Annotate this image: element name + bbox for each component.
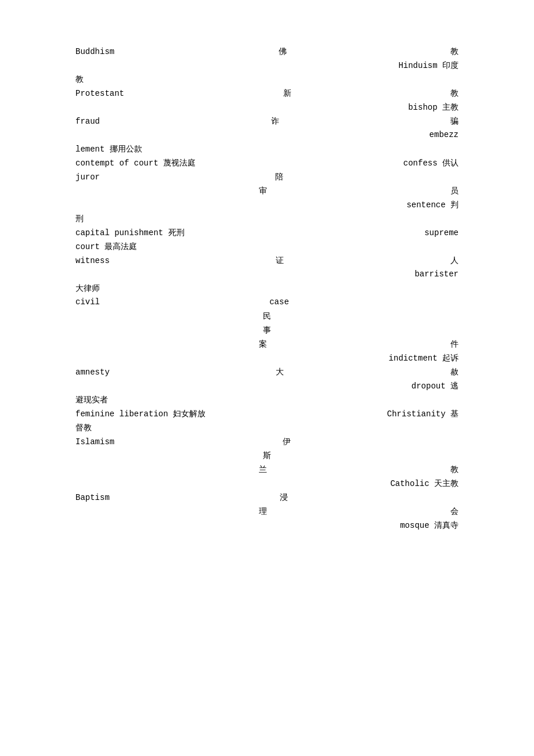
list-item: Buddhism佛教	[75, 46, 459, 59]
right-text: 人	[450, 255, 459, 266]
list-item: 民	[75, 311, 459, 324]
main-content: Buddhism佛教Hinduism 印度教Protestant新教bishop…	[75, 46, 459, 533]
list-item: capital punishment 死刑supreme	[75, 228, 459, 240]
mid-text: 大	[276, 367, 284, 377]
left-text: fraud	[75, 117, 100, 126]
left-text: 避现实者	[75, 395, 108, 405]
left-text: feminine liberation 妇女解放	[75, 409, 205, 419]
right-text: Hinduism 印度	[398, 60, 459, 71]
list-item: court 最高法庭	[75, 242, 459, 254]
right-text: dropout 逃	[412, 381, 459, 391]
right-text: 教	[450, 46, 459, 57]
left-text: contempt of court 蔑视法庭	[75, 158, 196, 168]
right-text: bishop 主教	[408, 102, 459, 113]
right-text: supreme	[424, 228, 459, 237]
list-item: Hinduism 印度	[75, 60, 459, 73]
list-item: mosque 清真寺	[75, 520, 459, 533]
list-item: juror陪	[75, 172, 459, 185]
right-text: mosque 清真寺	[400, 520, 459, 531]
left-text: civil	[75, 297, 100, 307]
left-text: witness	[75, 256, 110, 265]
mid-text: case	[269, 297, 289, 307]
left-text: 督教	[75, 423, 92, 433]
mid-text: 兰	[259, 465, 267, 475]
left-text: 刑	[75, 214, 84, 224]
left-text: juror	[75, 172, 100, 182]
list-item: sentence 判	[75, 200, 459, 213]
mid-text: 诈	[271, 116, 279, 127]
list-item: amnesty大赦	[75, 367, 459, 380]
list-item: 兰教	[75, 465, 459, 477]
mid-text: 理	[259, 506, 267, 517]
mid-text: 民	[263, 311, 271, 322]
mid-text: 伊	[283, 437, 291, 447]
left-text: Islamism	[75, 437, 114, 447]
mid-text: 案	[259, 339, 267, 350]
mid-text: 事	[263, 325, 271, 336]
left-text: 大律师	[75, 283, 100, 294]
list-item: embezz	[75, 130, 459, 143]
left-text: Baptism	[75, 493, 110, 502]
list-item: 案件	[75, 339, 459, 352]
mid-text: 浸	[280, 492, 288, 503]
right-text: 赦	[450, 367, 459, 377]
right-text: barrister	[414, 269, 459, 279]
list-item: 大律师	[75, 283, 459, 296]
list-item: Islamism伊	[75, 437, 459, 449]
list-item: 教	[75, 74, 459, 87]
right-text: 骗	[450, 116, 459, 127]
list-item: 避现实者	[75, 395, 459, 408]
right-text: 教	[450, 88, 459, 99]
right-text: sentence 判	[406, 200, 459, 210]
list-item: witness证人	[75, 255, 459, 268]
right-text: 教	[450, 465, 459, 475]
right-text: 员	[450, 186, 459, 196]
list-item: Protestant新教	[75, 88, 459, 101]
list-item: feminine liberation 妇女解放Christianity 基	[75, 409, 459, 422]
list-item: Baptism浸	[75, 492, 459, 505]
list-item: bishop 主教	[75, 102, 459, 115]
list-item: contempt of court 蔑视法庭confess 供认	[75, 158, 459, 171]
right-text: indictment 起诉	[389, 353, 459, 363]
mid-text: 陪	[275, 172, 283, 182]
list-item: fraud诈骗	[75, 116, 459, 129]
mid-text: 新	[283, 88, 291, 99]
right-text: 件	[450, 339, 459, 350]
mid-text: 佛	[279, 46, 287, 57]
mid-text: 证	[276, 255, 284, 266]
right-text: Catholic 天主教	[390, 478, 459, 489]
mid-text: 审	[259, 186, 267, 196]
left-text: lement 挪用公款	[75, 144, 142, 154]
left-text: Protestant	[75, 89, 124, 98]
mid-text: 斯	[263, 451, 271, 461]
list-item: 督教	[75, 423, 459, 435]
list-item: civilcase	[75, 297, 459, 310]
right-text: Christianity 基	[387, 409, 459, 419]
list-item: 刑	[75, 214, 459, 226]
list-item: Catholic 天主教	[75, 478, 459, 491]
left-text: 教	[75, 74, 84, 85]
list-item: 审员	[75, 186, 459, 199]
left-text: amnesty	[75, 368, 110, 377]
left-text: Buddhism	[75, 47, 114, 56]
list-item: lement 挪用公款	[75, 144, 459, 157]
list-item: 事	[75, 325, 459, 338]
right-text: embezz	[430, 130, 459, 139]
list-item: 斯	[75, 451, 459, 463]
list-item: 理会	[75, 506, 459, 519]
right-text: confess 供认	[403, 158, 459, 168]
list-item: indictment 起诉	[75, 353, 459, 366]
list-item: dropout 逃	[75, 381, 459, 394]
left-text: court 最高法庭	[75, 242, 137, 252]
list-item: barrister	[75, 269, 459, 282]
left-text: capital punishment 死刑	[75, 228, 185, 238]
right-text: 会	[450, 506, 459, 517]
